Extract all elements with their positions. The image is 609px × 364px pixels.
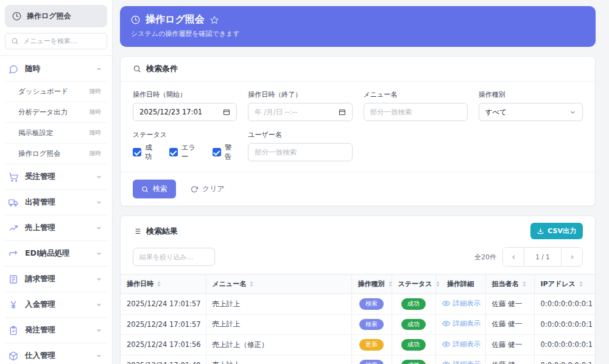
cart-icon <box>9 172 18 182</box>
search-icon <box>11 37 19 45</box>
col-person[interactable]: 担当者名 <box>485 275 534 294</box>
csv-export-label: CSV出力 <box>547 226 576 236</box>
sort-icon[interactable] <box>249 281 254 287</box>
table-row[interactable]: 2025/12/24 17:01:57 売上計上 検索 成功 詳細表示 <box>121 294 595 315</box>
checkbox-checked-icon[interactable] <box>133 148 141 156</box>
cell-datetime: 2025/12/24 17:01:56 <box>121 335 206 355</box>
menu-name-input[interactable] <box>364 103 468 121</box>
operation-type-badge: 検索 <box>359 360 384 364</box>
sidebar-subitem[interactable]: ダッシュボード 随時 <box>5 81 107 102</box>
next-page-button[interactable] <box>561 248 582 266</box>
eye-icon <box>442 360 450 364</box>
datetime-end-input[interactable] <box>248 103 352 121</box>
menu-name-value[interactable] <box>370 108 461 116</box>
sidebar-group[interactable]: 入金管理 <box>5 292 107 317</box>
sort-icon[interactable] <box>435 281 440 287</box>
datetime-end-value[interactable] <box>255 108 334 116</box>
sidebar-group[interactable]: 出荷管理 <box>5 189 107 215</box>
sidebar-subitem-label: 操作ログ照会 <box>18 149 61 158</box>
operation-type-badge: 検索 <box>359 298 384 310</box>
yen-icon <box>9 300 18 310</box>
cell-ip: 0:0:0:0:0:0:0:1 <box>534 314 595 335</box>
table-row[interactable]: 2025/12/24 17:01:49 売上計上 検索 成功 詳細表示 <box>121 355 595 364</box>
search-button[interactable]: 検索 <box>133 180 176 198</box>
sidebar-current-page[interactable]: 操作ログ照会 <box>5 5 107 27</box>
sidebar-subitem[interactable]: 分析データ出力 随時 <box>5 102 107 122</box>
status-checkbox-option[interactable]: エラー <box>169 143 201 161</box>
cell-datetime: 2025/12/24 17:01:49 <box>121 355 206 364</box>
chevron-down-icon <box>96 225 102 231</box>
chevron-down-icon <box>96 173 102 180</box>
detail-link[interactable]: 詳細表示 <box>442 360 481 364</box>
sidebar-group-zuiji[interactable]: 随時 <box>5 56 107 81</box>
prev-page-button[interactable] <box>503 248 524 266</box>
status-checkbox-option[interactable]: 成功 <box>133 143 158 161</box>
col-menu[interactable]: メニュー名 <box>206 275 351 294</box>
user-name-input[interactable] <box>248 143 352 161</box>
checkbox-checked-icon[interactable] <box>213 148 221 156</box>
filter-input-box[interactable] <box>133 248 215 266</box>
detail-link[interactable]: 詳細表示 <box>442 340 481 349</box>
star-icon[interactable] <box>210 16 219 24</box>
chart-icon <box>9 223 18 233</box>
sidebar-search-input[interactable] <box>23 37 101 45</box>
chevron-down-icon <box>96 250 102 257</box>
page-title: 操作ログ照会 <box>146 13 205 26</box>
col-ip[interactable]: IPアドレス <box>534 275 595 294</box>
sidebar-search[interactable] <box>5 33 107 49</box>
field-operation-type: 操作種別 すべて <box>479 90 583 121</box>
col-status[interactable]: ステータス <box>392 275 435 294</box>
search-conditions-title: 検索条件 <box>146 63 178 74</box>
user-name-value[interactable] <box>255 148 345 156</box>
csv-export-button[interactable]: CSV出力 <box>530 223 583 239</box>
filter-input[interactable] <box>139 253 208 261</box>
pager: 1 / 1 <box>502 247 583 267</box>
table-row[interactable]: 2025/12/24 17:01:57 売上計上 検索 成功 詳細表示 <box>121 314 595 335</box>
datetime-start-value[interactable] <box>139 108 219 116</box>
detail-link-label: 詳細表示 <box>453 360 481 364</box>
sort-icon[interactable] <box>579 281 583 287</box>
cell-person: 佐藤 健一 <box>485 314 534 335</box>
sidebar-subitem[interactable]: 掲示板設定 随時 <box>5 122 107 143</box>
cell-menu: 売上計上（修正） <box>206 335 351 355</box>
clear-button[interactable]: クリア <box>191 184 225 194</box>
search-fields: 操作日時（開始） 操作日時（終了） メニュー名 <box>121 82 595 161</box>
list-icon <box>133 227 141 236</box>
sidebar-subitem-badge: 随時 <box>90 88 101 96</box>
sidebar-group[interactable]: 仕入管理 <box>5 343 107 364</box>
detail-link[interactable]: 詳細表示 <box>442 319 481 328</box>
operation-type-value: すべて <box>485 108 507 117</box>
search-icon <box>141 186 149 193</box>
search-icon <box>133 65 141 73</box>
sort-icon[interactable] <box>522 281 527 287</box>
sidebar-subitem-label: ダッシュボード <box>18 87 68 96</box>
detail-link[interactable]: 詳細表示 <box>442 299 481 308</box>
sidebar-group[interactable]: 売上管理 <box>5 215 107 240</box>
operation-type-select[interactable]: すべて <box>479 103 583 121</box>
col-datetime[interactable]: 操作日時 <box>121 275 206 294</box>
calendar-icon[interactable] <box>339 108 346 116</box>
status-badge: 成功 <box>401 339 426 351</box>
sidebar-group[interactable]: 発注管理 <box>5 317 107 343</box>
cell-menu: 売上計上 <box>206 314 351 335</box>
sidebar-group[interactable]: 請求管理 <box>5 266 107 292</box>
search-actions: 検索 クリア <box>121 172 595 206</box>
status-checkbox-option[interactable]: 警告 <box>213 143 238 161</box>
cell-datetime: 2025/12/24 17:01:57 <box>121 314 206 335</box>
col-type[interactable]: 操作種別 <box>351 275 392 294</box>
sidebar-subitem[interactable]: 操作ログ照会 随時 <box>5 143 107 164</box>
sort-icon[interactable] <box>388 281 393 287</box>
page-banner: 操作ログ照会 システムの操作履歴を確認できます <box>120 6 596 47</box>
sidebar-group[interactable]: 受注管理 <box>5 164 107 189</box>
cell-ip: 0:0:0:0:0:0:0:1 <box>534 355 595 364</box>
field-user-name: ユーザー名 <box>248 130 352 161</box>
calendar-icon[interactable] <box>223 108 230 116</box>
chat-bubble-icon <box>9 65 18 74</box>
sidebar-group[interactable]: EDI納品処理 <box>5 240 107 266</box>
results-table: 操作日時 メニュー名 操作種別 ステータス 操作詳細 担当者名 IPアドレス 2… <box>121 274 595 364</box>
sort-icon[interactable] <box>157 281 161 287</box>
checkbox-checked-icon[interactable] <box>169 148 178 156</box>
datetime-start-input[interactable] <box>133 103 237 121</box>
table-row[interactable]: 2025/12/24 17:01:56 売上計上（修正） 更新 成功 詳細表示 <box>121 335 595 355</box>
chevron-down-icon <box>96 199 102 206</box>
